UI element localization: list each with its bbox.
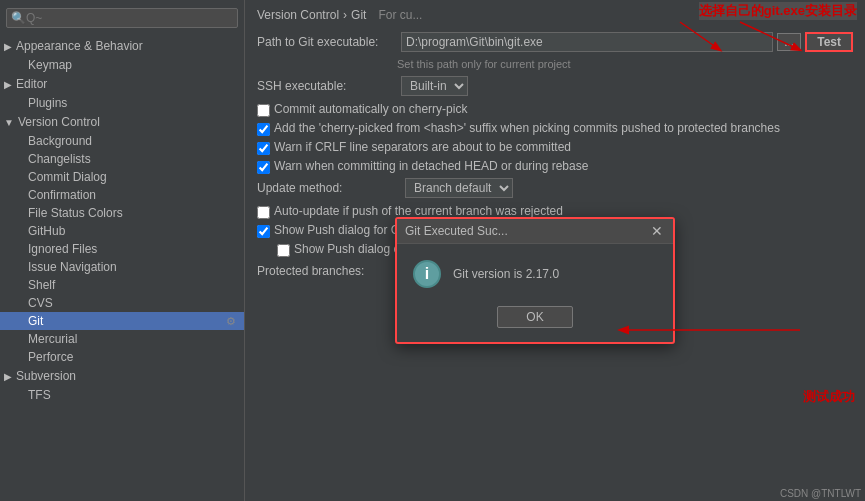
sidebar-item-label: Changelists	[28, 152, 91, 166]
update-method-row: Update method: Branch default Merge Reba…	[257, 178, 853, 198]
path-input[interactable]	[401, 32, 773, 52]
checkbox-add-suffix: Add the 'cherry-picked from <hash>' suff…	[257, 121, 853, 136]
sidebar-item-editor[interactable]: ▶ Editor	[0, 74, 244, 94]
sidebar-item-label: GitHub	[28, 224, 65, 238]
checkbox-warn-crlf: Warn if CRLF line separators are about t…	[257, 140, 853, 155]
checkbox-auto-cherry-input[interactable]	[257, 104, 270, 117]
sidebar-item-issue-navigation[interactable]: Issue Navigation	[0, 258, 244, 276]
sidebar-item-label: Editor	[16, 77, 47, 91]
info-icon: i	[413, 260, 441, 288]
sidebar-item-label: Confirmation	[28, 188, 96, 202]
checkbox-warn-detached: Warn when committing in detached HEAD or…	[257, 159, 853, 174]
sidebar-item-version-control[interactable]: ▼ Version Control	[0, 112, 244, 132]
sidebar-item-commit-dialog[interactable]: Commit Dialog	[0, 168, 244, 186]
ssh-row: SSH executable: Built-in Native	[257, 76, 853, 96]
sidebar-item-label: Git	[28, 314, 43, 328]
sidebar-item-plugins[interactable]: Plugins	[0, 94, 244, 112]
sidebar-item-label: Commit Dialog	[28, 170, 107, 184]
sidebar-item-label: Mercurial	[28, 332, 77, 346]
sidebar-item-mercurial[interactable]: Mercurial	[0, 330, 244, 348]
checkbox-add-suffix-label: Add the 'cherry-picked from <hash>' suff…	[274, 121, 780, 135]
sidebar-item-perforce[interactable]: Perforce	[0, 348, 244, 366]
ssh-label: SSH executable:	[257, 79, 397, 93]
sidebar-item-background[interactable]: Background	[0, 132, 244, 150]
sidebar-item-github[interactable]: GitHub	[0, 222, 244, 240]
sidebar-item-label: Perforce	[28, 350, 73, 364]
modal-message: Git version is 2.17.0	[453, 267, 559, 281]
sidebar-item-label: CVS	[28, 296, 53, 310]
sidebar-item-label: Appearance & Behavior	[16, 39, 143, 53]
sidebar-item-label: Ignored Files	[28, 242, 97, 256]
checkbox-warn-detached-input[interactable]	[257, 161, 270, 174]
breadcrumb-vc: Version Control	[257, 8, 339, 22]
checkbox-show-push-only-input[interactable]	[277, 244, 290, 257]
sidebar-item-confirmation[interactable]: Confirmation	[0, 186, 244, 204]
ssh-select[interactable]: Built-in Native	[401, 76, 468, 96]
update-method-label: Update method:	[257, 181, 397, 195]
arrow-icon: ▶	[4, 79, 12, 90]
ok-button[interactable]: OK	[497, 306, 572, 328]
checkbox-show-push-input[interactable]	[257, 225, 270, 238]
sidebar-item-label: TFS	[28, 388, 51, 402]
sidebar-item-tfs[interactable]: TFS	[0, 386, 244, 404]
sidebar: 🔍 ▶ Appearance & Behavior Keymap ▶ Edito…	[0, 0, 245, 501]
update-method-select[interactable]: Branch default Merge Rebase	[405, 178, 513, 198]
modal-close-button[interactable]: ✕	[649, 223, 665, 239]
breadcrumb-arrow: ›	[343, 8, 347, 22]
checkbox-auto-update-label: Auto-update if push of the current branc…	[274, 204, 563, 218]
checkbox-auto-cherry: Commit automatically on cherry-pick	[257, 102, 853, 117]
path-note: Set this path only for current project	[397, 58, 853, 70]
sidebar-item-label: Subversion	[16, 369, 76, 383]
content-area: Version Control › Git For cu... Path to …	[245, 0, 865, 501]
browse-button[interactable]: ...	[777, 33, 801, 51]
settings-window: 🔍 ▶ Appearance & Behavior Keymap ▶ Edito…	[0, 0, 865, 501]
breadcrumb-git: Git	[351, 8, 366, 22]
checkbox-warn-crlf-label: Warn if CRLF line separators are about t…	[274, 140, 571, 154]
modal-dialog: Git Executed Suc... ✕ i Git version is 2…	[395, 217, 675, 344]
sidebar-item-label: Keymap	[28, 58, 72, 72]
sidebar-item-changelists[interactable]: Changelists	[0, 150, 244, 168]
sidebar-item-label: File Status Colors	[28, 206, 123, 220]
sidebar-item-keymap[interactable]: Keymap	[0, 56, 244, 74]
sidebar-item-label: Version Control	[18, 115, 100, 129]
test-button[interactable]: Test	[805, 32, 853, 52]
arrow-icon: ▶	[4, 371, 12, 382]
search-icon: 🔍	[11, 11, 26, 25]
checkbox-add-suffix-input[interactable]	[257, 123, 270, 136]
checkbox-auto-update-input[interactable]	[257, 206, 270, 219]
sidebar-item-label: Shelf	[28, 278, 55, 292]
sidebar-item-ignored-files[interactable]: Ignored Files	[0, 240, 244, 258]
checkbox-warn-detached-label: Warn when committing in detached HEAD or…	[274, 159, 588, 173]
gear-icon: ⚙	[226, 315, 236, 328]
path-label: Path to Git executable:	[257, 35, 397, 49]
sidebar-item-file-status-colors[interactable]: File Status Colors	[0, 204, 244, 222]
sidebar-item-label: Issue Navigation	[28, 260, 117, 274]
breadcrumb-note: For cu...	[378, 8, 422, 22]
breadcrumb: Version Control › Git For cu...	[257, 8, 853, 22]
sidebar-item-label: Background	[28, 134, 92, 148]
protected-branches-label: Protected branches:	[257, 264, 397, 278]
checkbox-auto-cherry-label: Commit automatically on cherry-pick	[274, 102, 467, 116]
sidebar-item-shelf[interactable]: Shelf	[0, 276, 244, 294]
arrow-icon: ▼	[4, 117, 14, 128]
sidebar-item-cvs[interactable]: CVS	[0, 294, 244, 312]
search-bar[interactable]: 🔍	[6, 8, 238, 28]
sidebar-item-appearance[interactable]: ▶ Appearance & Behavior	[0, 36, 244, 56]
path-row: Path to Git executable: ... Test	[257, 32, 853, 52]
modal-title: Git Executed Suc...	[405, 224, 649, 238]
search-input[interactable]	[26, 11, 233, 25]
sidebar-item-subversion[interactable]: ▶ Subversion	[0, 366, 244, 386]
sidebar-item-git[interactable]: Git ⚙	[0, 312, 244, 330]
modal-footer: OK	[397, 298, 673, 342]
arrow-icon: ▶	[4, 41, 12, 52]
checkbox-warn-crlf-input[interactable]	[257, 142, 270, 155]
modal-body: i Git version is 2.17.0	[397, 244, 673, 298]
sidebar-item-label: Plugins	[28, 96, 67, 110]
modal-titlebar: Git Executed Suc... ✕	[397, 219, 673, 244]
